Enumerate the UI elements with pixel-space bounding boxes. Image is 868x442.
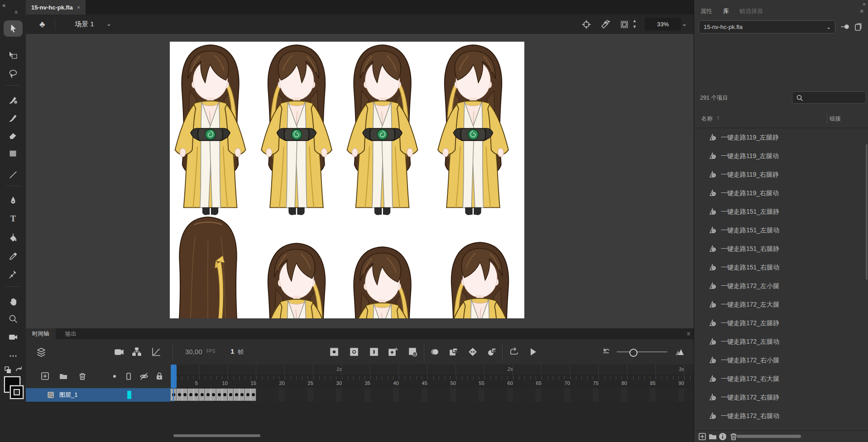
edit-multiple-frames-icon[interactable]	[448, 346, 459, 357]
subselection-tool[interactable]	[4, 48, 23, 64]
insert-frame-icon[interactable]	[369, 346, 379, 357]
keyframe-cell[interactable]	[177, 389, 182, 401]
layers-view-icon[interactable]	[36, 346, 47, 357]
asset-warp-tool[interactable]	[4, 266, 23, 283]
scene-chevron-icon[interactable]: ⌄	[106, 20, 111, 27]
keyframe-cell[interactable]	[182, 389, 188, 401]
library-item-row[interactable]: 一键走路172_左腿动	[694, 332, 868, 351]
timeline-zoom-slider[interactable]	[617, 351, 667, 352]
library-item-row[interactable]: 一键走路119_左腿静	[694, 128, 868, 147]
add-layer-icon[interactable]	[40, 371, 50, 381]
column-header-name[interactable]: 名称	[701, 115, 713, 123]
onion-skin-icon[interactable]	[429, 346, 440, 357]
stroke-color-chip[interactable]	[10, 385, 24, 399]
timeline-horizontal-scrollbar[interactable]	[173, 434, 260, 437]
keyframe-cell[interactable]	[228, 389, 234, 401]
layer-name[interactable]: 图层_1	[59, 391, 77, 399]
pen-tool[interactable]	[4, 192, 23, 209]
library-panel-menu-icon[interactable]: ≡	[860, 8, 863, 14]
library-item-row[interactable]: 一键走路119_右腿静	[694, 165, 868, 184]
insert-blank-keyframe-icon[interactable]	[349, 346, 360, 357]
swap-arrow-icon[interactable]	[15, 365, 23, 374]
selection-tool[interactable]	[4, 20, 23, 37]
library-search-input[interactable]	[792, 91, 866, 104]
keyframe-cell[interactable]	[239, 389, 245, 401]
document-tab[interactable]: 15-nv-hc-pk.fla ×	[26, 0, 86, 14]
tab-timeline[interactable]: 时间轴	[26, 328, 56, 339]
stage[interactable]	[170, 42, 524, 318]
keyframe-cell[interactable]	[216, 389, 222, 401]
frame-view-icon[interactable]	[674, 346, 685, 357]
playhead[interactable]	[171, 365, 177, 388]
library-item-row[interactable]: 一键走路172_左小腿	[694, 277, 868, 295]
keyframe-cell[interactable]	[222, 389, 228, 401]
library-document-select[interactable]: 15-nv-hc-pk.fla ⌄	[699, 20, 835, 34]
keyframe-cell[interactable]	[199, 389, 205, 401]
new-folder-icon[interactable]	[708, 432, 717, 441]
lock-layers-icon[interactable]	[154, 371, 164, 381]
rotation-tool-icon[interactable]	[600, 19, 611, 30]
zoom-stepper[interactable]: ▲▼	[633, 18, 637, 30]
auto-keyframe-icon[interactable]: A	[388, 346, 398, 357]
library-item-row[interactable]: 一键走路172_右腿动	[694, 407, 868, 425]
library-item-row[interactable]: 一键走路172_左腿静	[694, 314, 868, 332]
swap-colors-small-icon[interactable]	[4, 366, 12, 374]
highlight-layers-icon[interactable]	[112, 374, 122, 384]
keyframe-cell[interactable]	[211, 389, 216, 401]
library-item-row[interactable]: 一键走路151_右腿静	[694, 240, 868, 258]
zoom-level-box[interactable]: 33%	[645, 18, 681, 30]
tab-properties[interactable]: 属性	[700, 5, 712, 18]
tab-library[interactable]: 库	[723, 5, 729, 18]
reset-timeline-zoom-icon[interactable]	[602, 346, 613, 357]
keyframe-cell[interactable]	[193, 389, 199, 401]
collapse-panel-icon[interactable]: «	[2, 2, 5, 9]
keyframe-cell[interactable]	[188, 389, 194, 401]
classic-brush-tool[interactable]	[4, 110, 23, 126]
hand-tool[interactable]	[4, 293, 23, 310]
library-vertical-scrollbar[interactable]	[866, 144, 868, 280]
keyframe-cell[interactable]	[234, 389, 240, 401]
library-item-row[interactable]: 一键走路151_右腿动	[694, 258, 868, 277]
canvas-pasteboard[interactable]	[26, 34, 694, 328]
add-folder-icon[interactable]	[58, 371, 68, 381]
remove-frame-icon[interactable]	[408, 346, 418, 357]
eraser-tool[interactable]	[4, 127, 23, 144]
tab-output[interactable]: 输出	[59, 328, 83, 339]
timeline-panel-menu-icon[interactable]: ≡	[687, 331, 690, 337]
library-item-row[interactable]: 一键走路151_左腿静	[694, 202, 868, 221]
tab-frame-picker[interactable]: 帧选择器	[739, 5, 763, 18]
sort-ascending-icon[interactable]: ↑	[717, 115, 719, 121]
clip-content-icon[interactable]	[619, 19, 630, 30]
library-item-row[interactable]: 一键走路151_左腿动	[694, 221, 868, 240]
layer-row[interactable]: 图层_1	[26, 388, 171, 402]
layer-color-swatch[interactable]	[127, 391, 131, 399]
new-symbol-icon[interactable]	[698, 432, 707, 441]
slider-knob[interactable]	[629, 349, 638, 357]
library-item-row[interactable]: 一键走路172_左大腿	[694, 295, 868, 314]
paint-bucket-tool[interactable]	[4, 230, 23, 246]
loop-icon[interactable]	[508, 346, 519, 357]
toolbar-menu-icon[interactable]: ≡	[14, 9, 17, 15]
eyedropper-tool[interactable]	[4, 248, 23, 264]
column-divider[interactable]	[827, 110, 827, 124]
layer-parenting-icon[interactable]	[131, 346, 142, 357]
center-stage-icon[interactable]	[581, 19, 592, 30]
insert-keyframe-icon[interactable]	[329, 346, 340, 357]
keyframe-cell[interactable]	[250, 389, 256, 401]
library-item-row[interactable]: 一键走路172_右腿静	[694, 388, 868, 407]
new-library-panel-icon[interactable]	[854, 22, 863, 32]
library-horizontal-scrollbar[interactable]	[737, 435, 801, 438]
outline-layers-icon[interactable]	[124, 371, 134, 381]
lasso-tool[interactable]	[4, 66, 23, 82]
scene-breadcrumb[interactable]: 场景 1	[75, 20, 94, 29]
graph-editor-icon[interactable]	[151, 346, 162, 357]
item-properties-icon[interactable]	[718, 432, 727, 441]
symbol-clover-icon[interactable]: ♣	[39, 19, 45, 29]
more-tools-tool[interactable]	[4, 348, 23, 364]
hide-layers-icon[interactable]	[139, 371, 149, 381]
fps-value[interactable]: 30,00	[185, 348, 202, 356]
ruler-seconds-strip[interactable]: 1s2s3s	[171, 365, 694, 376]
text-tool[interactable]: T	[4, 211, 23, 227]
library-item-row[interactable]: 一键走路172_右大腿	[694, 370, 868, 388]
zoom-menu-chevron-icon[interactable]: ⌄	[682, 20, 687, 27]
